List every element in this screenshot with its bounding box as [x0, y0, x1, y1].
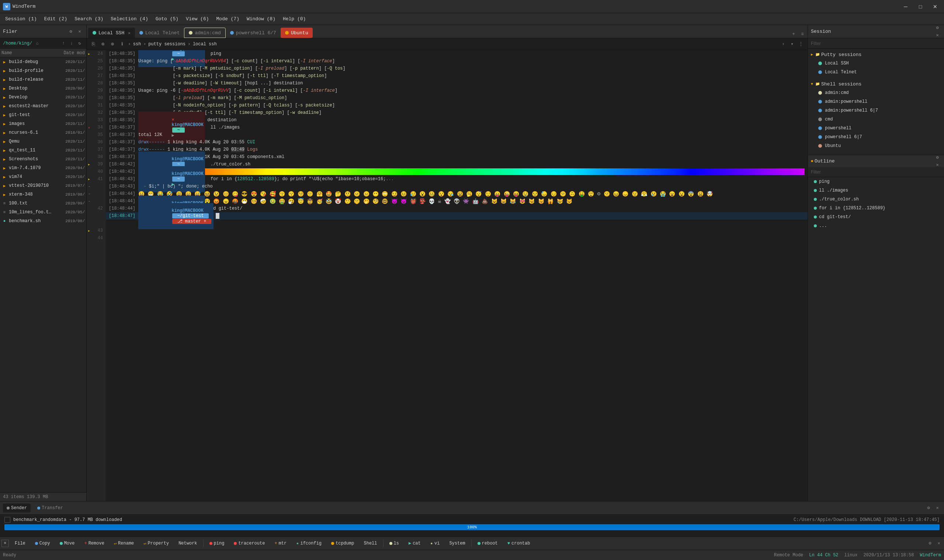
- statusbar-remove-button[interactable]: + Remove: [80, 538, 108, 549]
- session-settings-icon[interactable]: ⚙: [934, 25, 941, 32]
- list-item[interactable]: ▶ git-test 2020/10/: [0, 111, 86, 119]
- tab-ubuntu[interactable]: Ubuntu: [281, 28, 313, 38]
- terminal-content[interactable]: [18:48:35] king@MACBOOK ~ ▶ ping [18:48:…: [106, 50, 808, 501]
- statusbar-file-button[interactable]: File: [11, 538, 29, 549]
- statusbar-crontab-button[interactable]: ♥ crontab: [504, 538, 534, 549]
- new-tab-icon[interactable]: +: [790, 31, 797, 38]
- tab-menu-icon[interactable]: ≡: [799, 31, 806, 38]
- addr-dropdown-icon[interactable]: ▾: [788, 40, 796, 48]
- list-item[interactable]: ▶ Develop 2020/11/: [0, 93, 86, 102]
- outline-item-ping[interactable]: ping: [808, 177, 944, 186]
- tab-local-telnet[interactable]: Local Telnet: [135, 28, 184, 38]
- list-item[interactable]: ▶ vim74 2020/10/: [0, 172, 86, 181]
- session-item-local-ssh[interactable]: Local SSH: [808, 59, 944, 68]
- statusbar-rename-button[interactable]: ↵ Rename: [110, 538, 137, 549]
- addr-forward-icon[interactable]: ›: [779, 40, 787, 48]
- statusbar-traceroute-button[interactable]: traceroute: [230, 538, 268, 549]
- transfer-close-icon[interactable]: ✕: [934, 505, 941, 512]
- addr-putty[interactable]: putty sessions: [148, 42, 185, 47]
- list-item[interactable]: ≡ 10m_lines_foo.t... 2020/05/: [0, 208, 86, 217]
- transfer-settings-icon[interactable]: ⚙: [925, 505, 932, 512]
- addr-icon3[interactable]: ⊗: [109, 40, 116, 48]
- addr-local-ssh[interactable]: local ssh: [193, 42, 217, 47]
- addr-icon1[interactable]: ⎘: [89, 40, 97, 48]
- list-item[interactable]: ▶ qx_test_11 2020/11/: [0, 146, 86, 155]
- addr-icon2[interactable]: ⊕: [99, 40, 106, 48]
- status-icon-box[interactable]: ≡: [2, 540, 9, 547]
- tab-powershell[interactable]: powershell 6/7: [226, 28, 281, 38]
- statusbar-cat-button[interactable]: ▶ cat: [405, 538, 424, 549]
- tab-admin-cmd[interactable]: admin:cmd: [184, 28, 225, 38]
- statusbar-mtr-button[interactable]: + mtr: [271, 538, 290, 549]
- menu-view[interactable]: View (6): [182, 15, 212, 23]
- session-item-admin-powershell-67[interactable]: admin:powershell 6|7: [808, 106, 944, 115]
- list-item[interactable]: ▶ build-debug 2020/11/: [0, 57, 86, 66]
- list-item[interactable]: ▶ Screenshots 2020/11/: [0, 155, 86, 163]
- session-item-local-telnet[interactable]: Local Telnet: [808, 68, 944, 77]
- statusbar-system-button[interactable]: System: [446, 538, 469, 549]
- filer-down-icon[interactable]: ↓: [68, 40, 75, 47]
- outline-item-more[interactable]: ...: [808, 222, 944, 230]
- menu-goto[interactable]: Goto (5): [152, 15, 182, 23]
- statusbar-close-icon[interactable]: ✕: [935, 540, 942, 547]
- menu-session[interactable]: Session (1): [2, 15, 40, 23]
- statusbar-network-button[interactable]: Network: [175, 538, 201, 549]
- list-item[interactable]: ▶ images 2020/11/: [0, 119, 86, 128]
- maximize-button[interactable]: □: [915, 2, 926, 11]
- menu-help[interactable]: Help (0): [279, 15, 309, 23]
- list-item[interactable]: ▶ build-release 2020/11/: [0, 75, 86, 84]
- addr-ssh[interactable]: ssh: [133, 42, 141, 47]
- session-item-admin-powershell[interactable]: admin:powershell: [808, 97, 944, 106]
- statusbar-shell-button[interactable]: Shell: [360, 538, 381, 549]
- list-item[interactable]: ▶ vim-7.4.1079 2020/04/: [0, 163, 86, 172]
- session-item-admin-cmd[interactable]: admin:cmd: [808, 88, 944, 97]
- download-checkbox[interactable]: [5, 517, 10, 523]
- tab-sender[interactable]: Sender: [3, 504, 31, 512]
- minimize-button[interactable]: ─: [900, 2, 912, 11]
- statusbar-property-button[interactable]: ↵ Property: [140, 538, 173, 549]
- info-icon[interactable]: ℹ: [118, 40, 126, 48]
- filer-close-icon[interactable]: ✕: [76, 28, 83, 35]
- statusbar-copy-button[interactable]: Copy: [31, 538, 54, 549]
- statusbar-reboot-button[interactable]: reboot: [474, 538, 501, 549]
- shell-sessions-header[interactable]: ▼ 📁 Shell sessions: [808, 80, 944, 88]
- tab-transfer[interactable]: Transfer: [34, 504, 67, 512]
- menu-mode[interactable]: Mode (7): [213, 15, 243, 23]
- session-item-powershell[interactable]: powershell: [808, 124, 944, 132]
- session-item-cmd[interactable]: cmd: [808, 115, 944, 124]
- addr-more-icon[interactable]: ⋮: [797, 40, 805, 48]
- outline-item-cd[interactable]: cd git-test/: [808, 212, 944, 222]
- list-item[interactable]: ▶ build-profile 2020/11/: [0, 66, 86, 75]
- tab-local-ssh[interactable]: Local SSH ✕: [88, 28, 135, 38]
- close-button[interactable]: ✕: [929, 2, 941, 11]
- statusbar-vi-button[interactable]: ★ vi: [427, 538, 444, 549]
- statusbar-ifconfig-button[interactable]: ★ ifconfig: [292, 538, 325, 549]
- menu-window[interactable]: Window (8): [243, 15, 279, 23]
- outline-close-icon[interactable]: ✕: [934, 161, 941, 168]
- statusbar-tcpdump-button[interactable]: tcpdump: [327, 538, 358, 549]
- session-item-powershell-67[interactable]: powershell 6|7: [808, 132, 944, 142]
- list-item[interactable]: ● benchmark.sh 2019/08/: [0, 217, 86, 226]
- session-filter-input[interactable]: [811, 41, 941, 46]
- menu-search[interactable]: Search (3): [71, 15, 107, 23]
- filer-up-icon[interactable]: ↑: [60, 40, 67, 47]
- list-item[interactable]: ▶ esctest2-master 2020/10/: [0, 102, 86, 111]
- list-item[interactable]: ▶ xterm-348 2019/08/: [0, 190, 86, 199]
- statusbar-ls-button[interactable]: ls: [386, 538, 403, 549]
- list-item[interactable]: ▶ ncurses-6.1 2018/01/: [0, 128, 86, 137]
- outline-item-truecolor[interactable]: ./true_color.sh: [808, 195, 944, 204]
- outline-item-for[interactable]: for i in {128512..128589}: [808, 204, 944, 212]
- statusbar-ping-button[interactable]: ping: [206, 538, 228, 549]
- outline-item-ll[interactable]: ll ./images: [808, 186, 944, 195]
- statusbar-settings-icon[interactable]: ⚙: [926, 540, 934, 547]
- outline-filter-input[interactable]: [811, 169, 941, 175]
- statusbar-move-button[interactable]: Move: [56, 538, 79, 549]
- filer-refresh-icon[interactable]: ↻: [76, 40, 83, 47]
- session-close-icon[interactable]: ✕: [934, 32, 941, 39]
- filer-path-home-icon[interactable]: ⌂: [34, 40, 41, 47]
- tab-close-local-ssh[interactable]: ✕: [128, 31, 131, 35]
- list-item[interactable]: ▶ Qemu 2020/11/: [0, 137, 86, 146]
- menu-edit[interactable]: Edit (2): [40, 15, 71, 23]
- list-item[interactable]: ≡ 100.txt 2020/09/: [0, 199, 86, 208]
- menu-selection[interactable]: Selection (4): [107, 15, 151, 23]
